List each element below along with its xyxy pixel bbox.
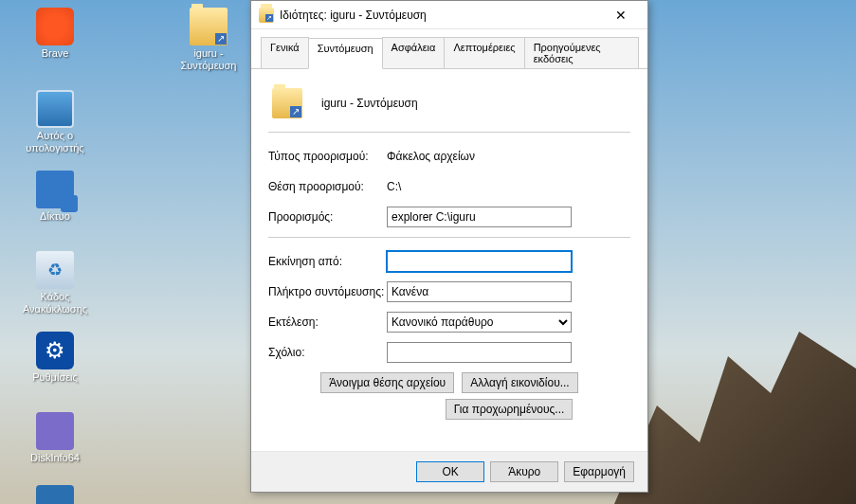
desktop-icon-label: Αυτός ο υπολογιστής bbox=[17, 130, 93, 154]
desktop-icon-label: Ρυθμίσεις bbox=[17, 371, 93, 384]
desktop-icon-label: Brave bbox=[17, 47, 93, 60]
pc-icon bbox=[36, 90, 74, 128]
desktop-icon-brave[interactable]: Brave bbox=[17, 8, 93, 60]
titlebar[interactable]: ↗ Ιδιότητες: iguru - Συντόμευση ✕ bbox=[251, 1, 647, 29]
dialog-footer: OK Άκυρο Εφαρμογή bbox=[251, 451, 647, 492]
label-target-type: Τύπος προορισμού: bbox=[268, 150, 387, 163]
open-file-location-button[interactable]: Άνοιγμα θέσης αρχείου bbox=[320, 372, 454, 393]
shortcut-name: iguru - Συντόμευση bbox=[321, 97, 418, 110]
folder-icon: ↗ bbox=[259, 8, 274, 23]
close-button[interactable]: ✕ bbox=[602, 2, 640, 28]
folder-shortcut-icon: ↗ bbox=[190, 8, 228, 45]
window-title: Ιδιότητες: iguru - Συντόμευση bbox=[280, 9, 602, 22]
value-target-type: Φάκελος αρχείων bbox=[387, 150, 630, 163]
target-input[interactable] bbox=[387, 207, 572, 227]
tab-details[interactable]: Λεπτομέρειες bbox=[444, 37, 524, 68]
run-select[interactable]: Κανονικό παράθυρο bbox=[387, 312, 572, 333]
desktop-icon-iguru[interactable]: ↗ iguru - Συντόμευση bbox=[171, 8, 246, 72]
label-shortcut-key: Πλήκτρο συντόμευσης: bbox=[268, 285, 387, 298]
advanced-button[interactable]: Για προχωρημένους... bbox=[446, 399, 574, 420]
change-icon-button[interactable]: Αλλαγή εικονιδίου... bbox=[462, 372, 578, 393]
shortcut-key-input[interactable] bbox=[387, 281, 572, 302]
label-target-location: Θέση προορισμού: bbox=[268, 180, 387, 193]
label-target: Προορισμός: bbox=[268, 210, 387, 224]
app-icon bbox=[36, 485, 74, 504]
desktop-icon-label: iguru - Συντόμευση bbox=[171, 47, 246, 72]
desktop-icon-recycle-bin[interactable]: Κάδος Ανακύκλωσης bbox=[17, 251, 93, 315]
properties-dialog: ↗ Ιδιότητες: iguru - Συντόμευση ✕ Γενικά… bbox=[250, 0, 648, 493]
tab-general[interactable]: Γενικά bbox=[261, 37, 309, 68]
desktop-icon-label: DiskInfo64 bbox=[17, 452, 93, 464]
desktop-icon-network[interactable]: Δίκτυο bbox=[17, 171, 93, 223]
desktop-icon-label: Κάδος Ανακύκλωσης bbox=[17, 291, 93, 315]
desktop-icon-this-pc[interactable]: Αυτός ο υπολογιστής bbox=[17, 90, 93, 154]
label-run: Εκτέλεση: bbox=[268, 315, 387, 329]
gear-icon bbox=[36, 332, 74, 369]
tab-security[interactable]: Ασφάλεια bbox=[382, 37, 446, 68]
recycle-bin-icon bbox=[36, 251, 74, 289]
tab-previous-versions[interactable]: Προηγούμενες εκδόσεις bbox=[524, 37, 639, 68]
brave-icon bbox=[36, 8, 74, 45]
tab-strip: Γενικά Συντόμευση Ασφάλεια Λεπτομέρειες … bbox=[251, 29, 647, 69]
apply-button[interactable]: Εφαρμογή bbox=[564, 461, 634, 482]
start-in-input[interactable] bbox=[387, 251, 572, 272]
comment-input[interactable] bbox=[387, 342, 572, 363]
tab-body: ↗ iguru - Συντόμευση Τύπος προορισμού: Φ… bbox=[251, 69, 647, 437]
network-icon bbox=[36, 171, 74, 208]
label-start-in: Εκκίνηση από: bbox=[268, 255, 387, 268]
desktop-icon-diskinfo[interactable]: DiskInfo64 bbox=[17, 412, 93, 464]
label-comment: Σχόλιο: bbox=[268, 346, 387, 359]
folder-shortcut-icon: ↗ bbox=[272, 88, 302, 118]
value-target-location: C:\ bbox=[387, 180, 630, 193]
cancel-button[interactable]: Άκυρο bbox=[490, 461, 558, 482]
tab-shortcut[interactable]: Συντόμευση bbox=[308, 38, 383, 69]
desktop-icon-settings[interactable]: Ρυθμίσεις bbox=[17, 332, 93, 384]
desktop-icon-other[interactable] bbox=[17, 485, 93, 504]
desktop-icon-label: Δίκτυο bbox=[17, 210, 93, 223]
disk-icon bbox=[36, 412, 74, 450]
ok-button[interactable]: OK bbox=[416, 461, 484, 482]
